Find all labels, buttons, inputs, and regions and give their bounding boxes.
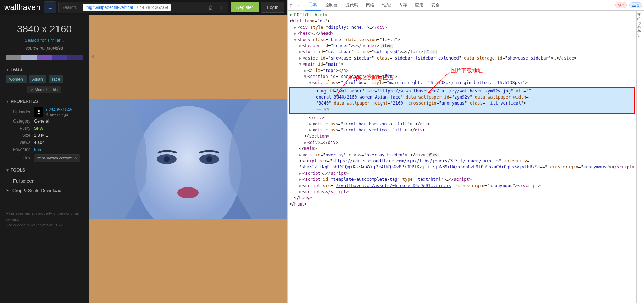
annotation-id: img标签的id属性值: [349, 74, 393, 82]
uploader-name[interactable]: a2840551845: [46, 107, 72, 112]
dom-line[interactable]: ▶<div class="scrollbar horizontal full">…: [289, 121, 635, 127]
dom-line[interactable]: ▶<script src="//wallhaven.cc/assets/wh-c…: [289, 183, 635, 189]
dom-line[interactable]: <script src="https://cdnjs.cloudflare.co…: [289, 158, 635, 164]
info-badge[interactable]: ▬ 1: [629, 2, 642, 8]
error-badge[interactable]: ⊘ 2: [615, 2, 627, 8]
devtools-panel: ⬚ ▭ 元素 控制台 源代码 网络 性能 内存 应用 安全 ⊘ 2 ▬ 1 im…: [287, 0, 644, 303]
tag[interactable]: women: [6, 75, 27, 83]
dom-line[interactable]: ▶<div class="scrollbar vertical full">…<…: [289, 127, 635, 133]
properties-header[interactable]: ▼PROPERTIES: [6, 99, 83, 104]
tab-security[interactable]: 安全: [428, 0, 443, 10]
dom-line[interactable]: </main>: [289, 146, 635, 152]
color-swatch[interactable]: [52, 55, 68, 60]
register-button[interactable]: Register: [231, 2, 259, 12]
tab-application[interactable]: 应用: [411, 0, 427, 10]
favorites-value[interactable]: 655: [34, 147, 41, 152]
color-swatch[interactable]: [6, 55, 21, 60]
views-value: 40,041: [34, 140, 47, 145]
login-button[interactable]: Login: [261, 2, 284, 13]
selector-text: img#wallpaper.fill-vertical: [85, 5, 133, 10]
tag[interactable]: face: [49, 75, 64, 83]
more-like-this-button[interactable]: ⌕ More like this: [27, 86, 61, 93]
dom-line[interactable]: ▶<div>…</div>: [289, 140, 635, 146]
wallhaven-logo[interactable]: wallhaven: [3, 3, 42, 12]
svg-point-4: [164, 156, 170, 162]
size-value: 2.8 MiB: [34, 133, 49, 138]
showcase-sidebar: 3840 x 2160 Search for similar... source…: [0, 15, 89, 303]
app-header: wallhaven ≡ img#wallpaper.fill-vertical …: [0, 0, 287, 15]
device-icon[interactable]: ▭: [296, 3, 298, 8]
color-swatch[interactable]: [21, 55, 37, 60]
uploader-time: 4 weeks ago: [46, 112, 72, 117]
dom-line[interactable]: <!DOCTYPE html>: [289, 12, 635, 18]
dom-line[interactable]: ▶<div id="overlay" class="overlay-hidden…: [289, 152, 635, 158]
tag[interactable]: Asian: [29, 75, 46, 83]
color-swatch[interactable]: [67, 55, 83, 60]
tags-list: women Asian face: [6, 75, 83, 83]
styles-pane[interactable]: 样 el ty #s #w {: [636, 11, 644, 303]
dom-line[interactable]: </html>: [289, 201, 635, 207]
dom-line[interactable]: ▼<body class="base" data-version="1.0.5"…: [289, 37, 635, 43]
shortlink-input[interactable]: [34, 154, 80, 162]
devtools-tabs: ⬚ ▭ 元素 控制台 源代码 网络 性能 内存 应用 安全 ⊘ 2 ▬ 1: [288, 0, 644, 11]
resolution-text: 3840 x 2160: [6, 23, 83, 35]
tab-network[interactable]: 网络: [362, 0, 378, 10]
search-icon[interactable]: ⌕: [215, 4, 225, 11]
search-input[interactable]: [61, 5, 83, 10]
dom-line[interactable]: </section>: [289, 133, 635, 139]
dom-line[interactable]: ▶<header id="header">…</header>flex: [289, 43, 635, 49]
dom-line[interactable]: ▶<script>…</script>: [289, 189, 635, 195]
search-bar[interactable]: img#wallpaper.fill-vertical 644.78 × 362…: [58, 2, 228, 13]
dom-line[interactable]: ▶<script>…</script>: [289, 170, 635, 176]
inspect-icon[interactable]: ⬚: [290, 3, 293, 8]
dom-tree[interactable]: img标签的id属性值 图片下载地址 <!DOCTYPE html> <html…: [288, 11, 636, 303]
dom-line[interactable]: ▶<script id="template-autocomplete-tag" …: [289, 176, 635, 183]
uploader-avatar[interactable]: [34, 107, 43, 117]
dom-line[interactable]: ▶<div style="display: none;">…</div>: [289, 24, 635, 30]
menu-button[interactable]: ≡: [44, 1, 56, 13]
fullscreen-icon: ⛶: [6, 178, 10, 184]
search-similar-link[interactable]: Search for similar...: [6, 38, 83, 43]
element-selector-tooltip: img#wallpaper.fill-vertical 644.78 × 362…: [83, 4, 171, 11]
wallpaper-viewport[interactable]: ‹: [89, 15, 287, 303]
prev-arrow-icon[interactable]: ‹: [91, 50, 95, 62]
color-palette: [6, 55, 83, 60]
dom-line[interactable]: "sha512-+NqPlbbtM1QqiK8ZAo4Yrj2c4lNQoGv8…: [289, 164, 635, 170]
dom-line[interactable]: ▶<head>…</head>: [289, 30, 635, 37]
tags-header[interactable]: ▼TAGS: [6, 67, 83, 72]
tab-elements[interactable]: 元素: [305, 0, 321, 11]
selector-dims: 644.78 × 362.69: [137, 5, 168, 10]
tools-header[interactable]: ▼TOOLS: [6, 168, 83, 173]
color-swatch[interactable]: [37, 55, 52, 60]
dom-line[interactable]: ▶<aside id="showcase-sidebar" class="sid…: [289, 55, 635, 61]
fullscreen-tool[interactable]: ⛶Fullscreen: [6, 176, 83, 186]
wallpaper-image[interactable]: [89, 99, 287, 219]
svg-point-0: [38, 110, 40, 112]
dom-line[interactable]: ▶<form id="searchbar" class="collapsed">…: [289, 49, 635, 55]
dom-line[interactable]: </div>: [289, 115, 635, 121]
prop-label: Uploader: [6, 110, 30, 114]
tab-sources[interactable]: 源代码: [342, 0, 362, 10]
svg-point-6: [177, 187, 199, 198]
dom-line[interactable]: </body>: [289, 195, 635, 201]
svg-point-1: [135, 106, 241, 219]
category-value: General: [34, 119, 49, 124]
tab-performance[interactable]: 性能: [379, 0, 394, 10]
crop-icon: ✂: [6, 188, 10, 193]
annotation-url: 图片下载地址: [451, 67, 483, 74]
dom-line[interactable]: <html lang="en">: [289, 18, 635, 24]
source-text: source not provided: [6, 46, 83, 51]
sidebar-footer: All images remain property of their orig…: [6, 206, 83, 228]
tab-memory[interactable]: 内存: [395, 0, 411, 10]
camera-icon[interactable]: ⎙: [205, 4, 215, 11]
crop-tool[interactable]: ✂Crop & Scale Download: [6, 186, 83, 195]
tab-console[interactable]: 控制台: [321, 0, 341, 10]
purity-value: SFW: [34, 126, 44, 131]
svg-point-5: [206, 156, 212, 162]
